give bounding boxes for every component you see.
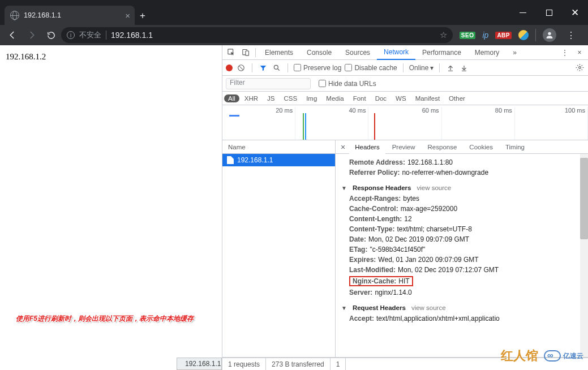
document-icon bbox=[227, 156, 234, 164]
waterfall-bar bbox=[229, 115, 239, 117]
waterfall-marker-green bbox=[303, 113, 304, 140]
view-source-link[interactable]: view source bbox=[417, 184, 451, 191]
inspect-icon[interactable] bbox=[224, 48, 238, 57]
type-other[interactable]: Other bbox=[445, 94, 469, 102]
page-status-label: 192.168.1.1 bbox=[177, 358, 222, 370]
watermarks: 红人馆 亿速云 bbox=[501, 347, 583, 364]
browser-tab[interactable]: 192.168.1.1 × bbox=[5, 6, 135, 25]
import-har-icon[interactable] bbox=[445, 63, 456, 73]
devtools-close-icon[interactable]: × bbox=[572, 49, 587, 57]
type-xhr[interactable]: XHR bbox=[241, 94, 262, 102]
network-body: Name 192.168.1.1 × Headers Preview Respo… bbox=[222, 140, 588, 358]
type-doc[interactable]: Doc bbox=[371, 94, 390, 102]
window-controls: ✕ bbox=[510, 0, 588, 25]
tab-memory[interactable]: Memory bbox=[468, 45, 506, 60]
maximize-button[interactable] bbox=[536, 3, 562, 22]
tab-close-icon[interactable]: × bbox=[125, 11, 130, 20]
tab-elements[interactable]: Elements bbox=[258, 45, 300, 60]
watermark-1: 红人馆 bbox=[501, 347, 538, 364]
waterfall-overview[interactable]: 20 ms 40 ms 60 ms 80 ms 100 ms bbox=[222, 105, 588, 140]
export-har-icon[interactable] bbox=[459, 63, 469, 73]
request-name: 192.168.1.1 bbox=[237, 156, 273, 164]
type-filter-row: All XHR JS CSS Img Media Font Doc WS Man… bbox=[222, 92, 588, 105]
type-css[interactable]: CSS bbox=[280, 94, 301, 102]
filter-row: Filter Hide data URLs bbox=[222, 76, 588, 92]
detail-close-icon[interactable]: × bbox=[338, 143, 348, 152]
dtab-timing[interactable]: Timing bbox=[500, 140, 530, 154]
filter-icon[interactable] bbox=[258, 63, 268, 73]
type-img[interactable]: Img bbox=[302, 94, 321, 102]
type-js[interactable]: JS bbox=[263, 94, 278, 102]
status-resources: 1 bbox=[331, 358, 346, 370]
type-manifest[interactable]: Manifest bbox=[411, 94, 444, 102]
browser-window: 192.168.1.1 × + ✕ i 不安全 192.168.1.1 ☆ bbox=[0, 0, 588, 370]
annotation-text: 使用F5进行刷新时，则会出现以下页面，表示命中本地缓存 bbox=[16, 311, 222, 324]
titlebar: 192.168.1.1 × + ✕ bbox=[0, 0, 588, 25]
bookmark-star-icon[interactable]: ☆ bbox=[440, 30, 447, 40]
type-all[interactable]: All bbox=[224, 94, 239, 102]
request-row[interactable]: 192.168.1.1 bbox=[222, 154, 335, 166]
tab-performance[interactable]: Performance bbox=[415, 45, 468, 60]
view-source-link-2[interactable]: view source bbox=[411, 304, 446, 311]
throttle-select[interactable]: Online▾ bbox=[409, 64, 434, 72]
svg-point-5 bbox=[274, 65, 278, 69]
dtab-headers[interactable]: Headers bbox=[349, 140, 385, 154]
filter-input[interactable]: Filter bbox=[226, 78, 311, 89]
waterfall-marker-red bbox=[374, 113, 375, 140]
page-column: 192.168.1.2 使用F5进行刷新时，则会出现以下页面，表示命中本地缓存 … bbox=[0, 45, 222, 370]
status-transferred: 273 B transferred bbox=[266, 358, 331, 370]
waterfall-marker-blue bbox=[305, 113, 306, 140]
network-toolbar: Preserve log Disable cache Online▾ bbox=[222, 60, 588, 76]
chrome-menu-icon[interactable]: ⋮ bbox=[563, 30, 579, 41]
search-icon[interactable] bbox=[272, 63, 282, 73]
watermark-2: 亿速云 bbox=[544, 350, 583, 362]
tabs-overflow-icon[interactable]: » bbox=[506, 45, 523, 60]
tab-console[interactable]: Console bbox=[300, 45, 338, 60]
svg-point-6 bbox=[578, 67, 581, 69]
clear-icon[interactable] bbox=[236, 63, 246, 73]
dtab-cookies[interactable]: Cookies bbox=[463, 140, 499, 154]
minimize-button[interactable] bbox=[510, 3, 536, 22]
devtools-tabs: Elements Console Sources Network Perform… bbox=[222, 45, 588, 60]
headers-body[interactable]: Remote Address:192.168.1.1:80 Referrer P… bbox=[336, 154, 588, 357]
devtools-menu-icon[interactable]: ⋮ bbox=[557, 49, 572, 57]
tab-title: 192.168.1.1 bbox=[24, 11, 121, 19]
insecure-icon: i bbox=[67, 31, 75, 39]
request-list: Name 192.168.1.1 bbox=[222, 140, 336, 357]
name-column-header[interactable]: Name bbox=[222, 140, 335, 154]
hide-data-urls-checkbox[interactable]: Hide data URLs bbox=[319, 80, 376, 88]
omnibox-divider bbox=[106, 31, 106, 40]
profile-avatar-icon[interactable] bbox=[543, 28, 556, 42]
disable-cache-checkbox[interactable]: Disable cache bbox=[345, 64, 397, 72]
ext-seo-icon[interactable]: SEO bbox=[460, 32, 476, 39]
main-area: 192.168.1.2 使用F5进行刷新时，则会出现以下页面，表示命中本地缓存 … bbox=[0, 45, 588, 370]
network-settings-icon[interactable] bbox=[574, 63, 585, 73]
dtab-response[interactable]: Response bbox=[422, 140, 463, 154]
record-button[interactable] bbox=[226, 64, 233, 71]
request-detail: × Headers Preview Response Cookies Timin… bbox=[336, 140, 588, 357]
omnibox[interactable]: i 不安全 192.168.1.1 ☆ bbox=[61, 27, 453, 43]
globe-icon bbox=[10, 11, 19, 20]
ext-python-icon[interactable] bbox=[518, 30, 529, 40]
scrollbar[interactable] bbox=[580, 154, 588, 357]
svg-point-0 bbox=[548, 32, 551, 35]
url-text: 192.168.1.1 bbox=[111, 31, 435, 40]
preserve-log-checkbox[interactable]: Preserve log bbox=[294, 64, 341, 72]
detail-tabs: × Headers Preview Response Cookies Timin… bbox=[336, 140, 588, 154]
address-bar: i 不安全 192.168.1.1 ☆ SEO ip ABP ⋮ bbox=[0, 25, 588, 45]
type-ws[interactable]: WS bbox=[392, 94, 410, 102]
close-button[interactable]: ✕ bbox=[562, 3, 588, 22]
reload-button[interactable] bbox=[42, 26, 60, 44]
new-tab-button[interactable]: + bbox=[135, 7, 151, 25]
forward-button[interactable] bbox=[23, 26, 41, 44]
dtab-preview[interactable]: Preview bbox=[387, 140, 421, 154]
device-toggle-icon[interactable] bbox=[238, 48, 253, 57]
back-button[interactable] bbox=[3, 26, 22, 44]
ext-abp-icon[interactable]: ABP bbox=[495, 32, 512, 39]
type-media[interactable]: Media bbox=[322, 94, 347, 102]
tab-sources[interactable]: Sources bbox=[338, 45, 377, 60]
ext-ip-icon[interactable]: ip bbox=[482, 31, 488, 40]
type-font[interactable]: Font bbox=[349, 94, 370, 102]
svg-rect-3 bbox=[245, 51, 248, 55]
tab-network[interactable]: Network bbox=[377, 45, 415, 60]
